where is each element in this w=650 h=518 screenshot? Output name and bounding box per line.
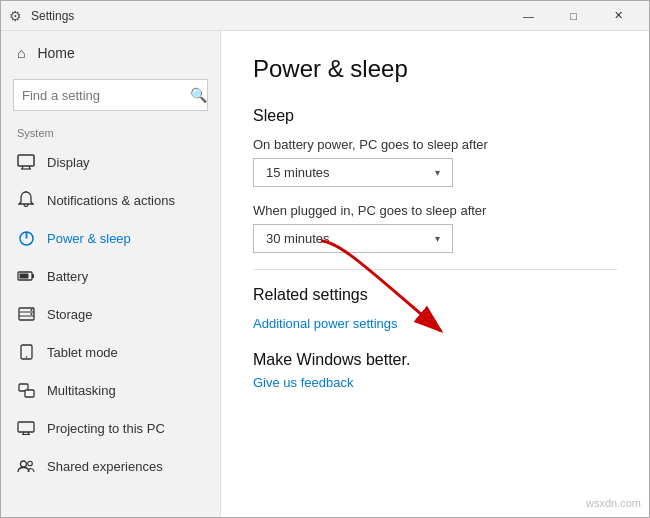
home-label: Home xyxy=(37,45,74,61)
sidebar-item-projecting[interactable]: Projecting to this PC xyxy=(1,409,220,447)
search-input[interactable] xyxy=(22,88,190,103)
content-area: ⌂ Home 🔍 System Display xyxy=(1,31,649,517)
home-icon: ⌂ xyxy=(17,45,25,61)
tablet-icon xyxy=(17,343,35,361)
sidebar-item-power[interactable]: Power & sleep xyxy=(1,219,220,257)
settings-icon: ⚙ xyxy=(9,8,25,24)
multitasking-icon xyxy=(17,381,35,399)
page-title: Power & sleep xyxy=(253,55,617,83)
plugged-sleep-value: 30 minutes xyxy=(266,231,330,246)
shared-label: Shared experiences xyxy=(47,459,163,474)
display-label: Display xyxy=(47,155,90,170)
storage-label: Storage xyxy=(47,307,93,322)
shared-icon xyxy=(17,457,35,475)
sleep-section-title: Sleep xyxy=(253,107,617,125)
storage-icon xyxy=(17,305,35,323)
watermark: wsxdn.com xyxy=(586,497,641,509)
notifications-label: Notifications & actions xyxy=(47,193,175,208)
search-box[interactable]: 🔍 xyxy=(13,79,208,111)
search-icon: 🔍 xyxy=(190,87,207,103)
settings-window: ⚙ Settings — □ ✕ ⌂ Home 🔍 System xyxy=(0,0,650,518)
svg-rect-18 xyxy=(25,390,34,397)
svg-rect-8 xyxy=(32,274,34,278)
sidebar-item-storage[interactable]: Storage xyxy=(1,295,220,333)
window-title: Settings xyxy=(31,9,506,23)
svg-rect-19 xyxy=(18,422,34,432)
svg-point-13 xyxy=(30,309,32,311)
sidebar-item-shared[interactable]: Shared experiences xyxy=(1,447,220,485)
plugged-power-label: When plugged in, PC goes to sleep after xyxy=(253,203,617,218)
notifications-icon xyxy=(17,191,35,209)
sidebar-item-notifications[interactable]: Notifications & actions xyxy=(1,181,220,219)
battery-power-label: On battery power, PC goes to sleep after xyxy=(253,137,617,152)
display-icon xyxy=(17,153,35,171)
plugged-sleep-dropdown[interactable]: 30 minutes ▾ xyxy=(253,224,453,253)
main-content: Power & sleep Sleep On battery power, PC… xyxy=(221,31,649,517)
battery-label: Battery xyxy=(47,269,88,284)
svg-rect-9 xyxy=(20,274,29,279)
close-button[interactable]: ✕ xyxy=(596,1,641,31)
projecting-label: Projecting to this PC xyxy=(47,421,165,436)
make-windows-title: Make Windows better. xyxy=(253,351,617,369)
sidebar-item-display[interactable]: Display xyxy=(1,143,220,181)
svg-point-16 xyxy=(25,356,27,358)
sidebar-item-home[interactable]: ⌂ Home xyxy=(1,31,220,75)
multitasking-label: Multitasking xyxy=(47,383,116,398)
battery-sleep-value: 15 minutes xyxy=(266,165,330,180)
titlebar: ⚙ Settings — □ ✕ xyxy=(1,1,649,31)
window-controls: — □ ✕ xyxy=(506,1,641,31)
sidebar-item-tablet[interactable]: Tablet mode xyxy=(1,333,220,371)
svg-point-24 xyxy=(28,461,33,466)
svg-point-23 xyxy=(21,461,27,467)
plugged-dropdown-arrow: ▾ xyxy=(435,233,440,244)
battery-dropdown-arrow: ▾ xyxy=(435,167,440,178)
minimize-button[interactable]: — xyxy=(506,1,551,31)
power-icon xyxy=(17,229,35,247)
section-divider xyxy=(253,269,617,270)
sidebar: ⌂ Home 🔍 System Display xyxy=(1,31,221,517)
give-feedback-link[interactable]: Give us feedback xyxy=(253,375,617,390)
svg-rect-0 xyxy=(18,155,34,166)
related-section-title: Related settings xyxy=(253,286,617,304)
sidebar-item-multitasking[interactable]: Multitasking xyxy=(1,371,220,409)
maximize-button[interactable]: □ xyxy=(551,1,596,31)
svg-point-14 xyxy=(30,313,32,315)
sidebar-item-battery[interactable]: Battery xyxy=(1,257,220,295)
tablet-label: Tablet mode xyxy=(47,345,118,360)
additional-power-settings-link[interactable]: Additional power settings xyxy=(253,316,617,331)
battery-sleep-dropdown[interactable]: 15 minutes ▾ xyxy=(253,158,453,187)
power-label: Power & sleep xyxy=(47,231,131,246)
battery-icon xyxy=(17,267,35,285)
projecting-icon xyxy=(17,419,35,437)
system-section-label: System xyxy=(1,121,220,143)
